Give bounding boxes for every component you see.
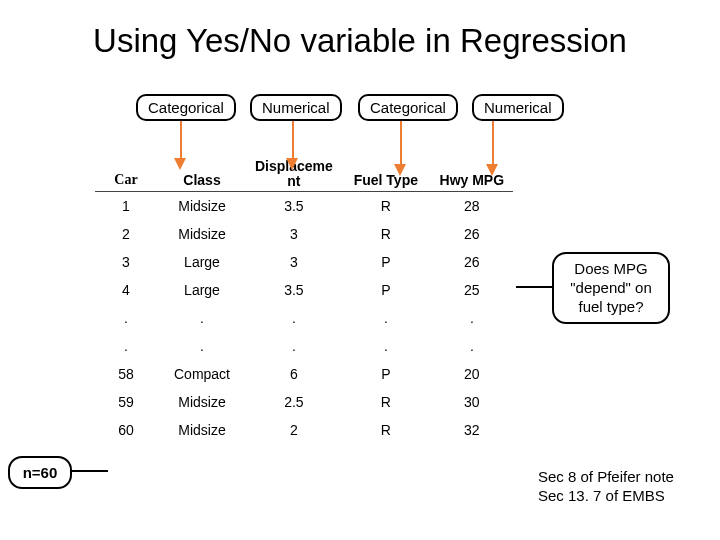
table-row: ..... — [95, 332, 513, 360]
reference-notes: Sec 8 of Pfeifer note Sec 13. 7 of EMBS — [538, 468, 674, 506]
data-table: Car Class Displaceme nt Fuel Type Hwy MP… — [95, 156, 513, 444]
type-label-numerical-1: Numerical — [250, 94, 342, 121]
arrow-icon — [292, 118, 294, 160]
type-label-numerical-2: Numerical — [472, 94, 564, 121]
arrow-icon — [492, 118, 494, 166]
connector-line — [516, 286, 556, 288]
table-row: 3Large3P26 — [95, 248, 513, 276]
table-header-row: Car Class Displaceme nt Fuel Type Hwy MP… — [95, 156, 513, 192]
arrow-icon — [400, 118, 402, 166]
table-row: ..... — [95, 304, 513, 332]
type-label-categorical-1: Categorical — [136, 94, 236, 121]
table-row: 59Midsize2.5R30 — [95, 388, 513, 416]
arrow-head-icon — [394, 164, 406, 176]
header-hwympg: Hwy MPG — [431, 156, 513, 192]
question-callout: Does MPG "depend" on fuel type? — [552, 252, 670, 324]
table-row: 4Large3.5P25 — [95, 276, 513, 304]
arrow-head-icon — [486, 164, 498, 176]
reference-line: Sec 13. 7 of EMBS — [538, 487, 674, 506]
connector-line — [72, 470, 108, 472]
table-row: 1Midsize3.5R28 — [95, 192, 513, 221]
reference-line: Sec 8 of Pfeifer note — [538, 468, 674, 487]
arrow-icon — [180, 118, 182, 160]
header-car: Car — [95, 156, 157, 192]
arrow-head-icon — [174, 158, 186, 170]
table-row: 60Midsize2R32 — [95, 416, 513, 444]
table-row: 2Midsize3R26 — [95, 220, 513, 248]
arrow-head-icon — [286, 158, 298, 170]
n-callout: n=60 — [8, 456, 72, 489]
header-class: Class — [157, 156, 247, 192]
type-label-categorical-2: Categorical — [358, 94, 458, 121]
page-title: Using Yes/No variable in Regression — [0, 22, 720, 60]
table-row: 58Compact6P20 — [95, 360, 513, 388]
table-body: 1Midsize3.5R28 2Midsize3R26 3Large3P26 4… — [95, 192, 513, 445]
header-fueltype: Fuel Type — [341, 156, 431, 192]
